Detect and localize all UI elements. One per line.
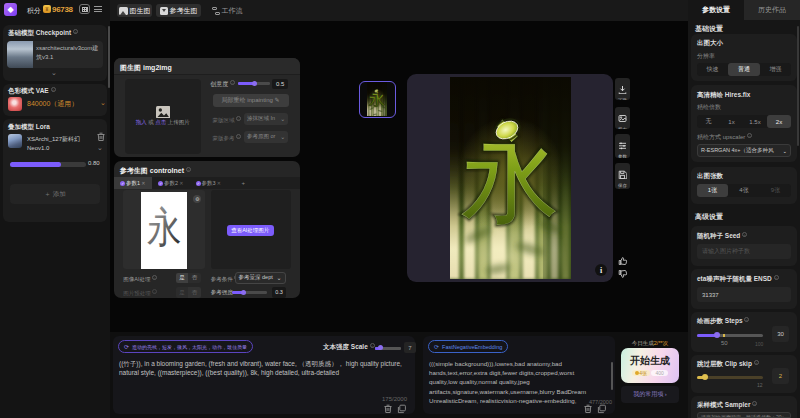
svg-text:永: 永 (147, 204, 181, 250)
